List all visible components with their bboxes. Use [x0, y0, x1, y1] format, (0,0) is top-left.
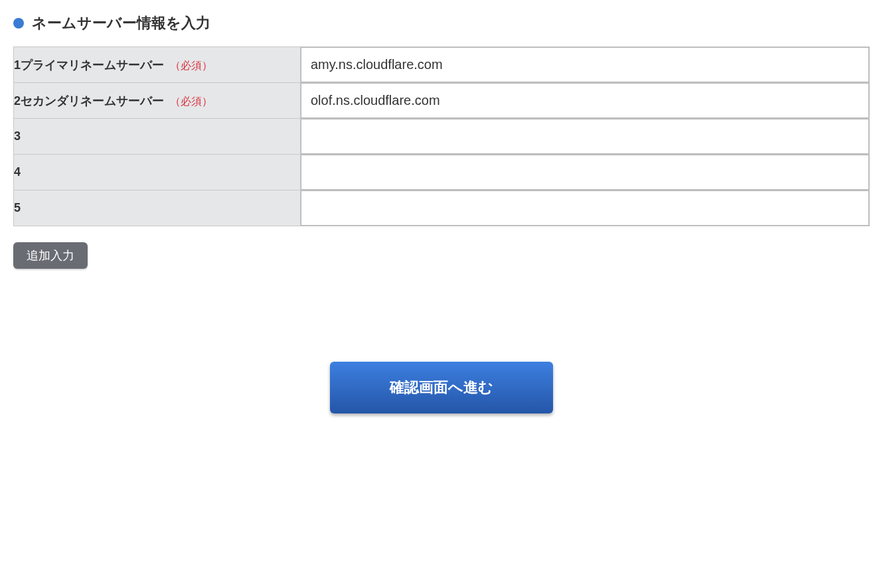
row-label: 1プライマリネームサーバー [14, 58, 164, 72]
nameserver-input-4[interactable] [301, 155, 869, 190]
add-input-button[interactable]: 追加入力 [13, 242, 88, 269]
input-cell [301, 83, 870, 119]
table-row: 4 [14, 155, 870, 190]
row-label: 2セカンダリネームサーバー [14, 94, 164, 108]
row-label: 5 [14, 201, 21, 214]
label-cell-secondary: 2セカンダリネームサーバー （必須） [14, 83, 301, 119]
table-row: 3 [14, 119, 870, 155]
required-tag: （必須） [170, 96, 212, 107]
input-cell [301, 119, 870, 155]
label-cell-primary: 1プライマリネームサーバー （必須） [14, 47, 301, 83]
submit-wrap: 確認画面へ進む [13, 362, 870, 413]
label-cell-3: 3 [14, 119, 301, 155]
primary-nameserver-input[interactable] [301, 47, 869, 82]
section-title: ネームサーバー情報を入力 [32, 13, 210, 33]
secondary-nameserver-input[interactable] [301, 83, 869, 118]
row-label: 4 [14, 165, 21, 179]
required-tag: （必須） [170, 60, 212, 71]
input-cell [301, 47, 870, 83]
confirm-button[interactable]: 確認画面へ進む [330, 362, 553, 413]
nameserver-form-table: 1プライマリネームサーバー （必須） 2セカンダリネームサーバー （必須） 3 [13, 46, 870, 226]
row-label: 3 [14, 129, 21, 143]
label-cell-5: 5 [14, 190, 301, 226]
label-cell-4: 4 [14, 155, 301, 190]
input-cell [301, 190, 870, 226]
nameserver-input-3[interactable] [301, 119, 869, 154]
table-row: 1プライマリネームサーバー （必須） [14, 47, 870, 83]
nameserver-input-5[interactable] [301, 190, 869, 226]
section-header: ネームサーバー情報を入力 [13, 13, 870, 33]
table-row: 5 [14, 190, 870, 226]
table-row: 2セカンダリネームサーバー （必須） [14, 83, 870, 119]
bullet-icon [13, 18, 24, 29]
input-cell [301, 155, 870, 190]
